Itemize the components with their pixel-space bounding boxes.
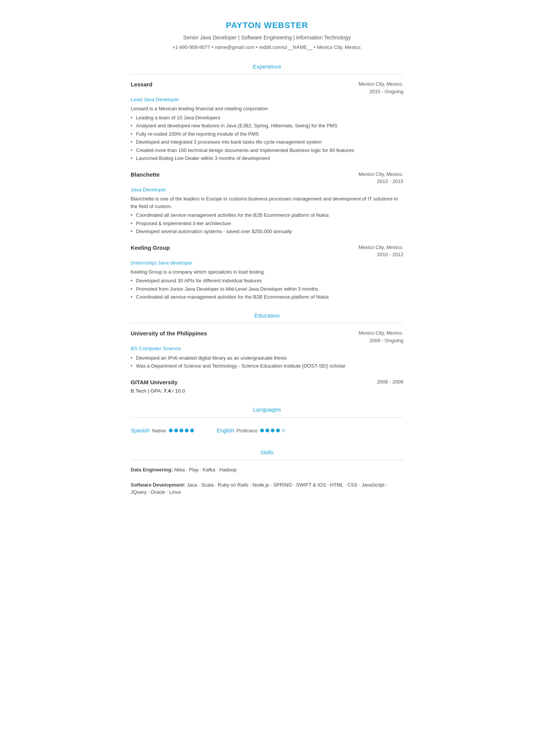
gpa-value: 7.4 [164, 388, 171, 394]
entry-degree: BS Computer Science [131, 345, 403, 352]
skills-title: Skills [260, 449, 273, 455]
entry-location-date: Mexico City, Mexico.2012 - 2015 [359, 171, 403, 185]
list-item: Promoted from Junior Java Developer to M… [131, 285, 403, 293]
dot-filled [185, 429, 189, 432]
language-name: English [217, 427, 234, 435]
entry-role: Java Developer [131, 186, 403, 194]
entry-company: Blanchette [131, 171, 160, 179]
language-level: Proficient [236, 427, 257, 435]
skills-section: Skills Data Engineering: Akka · Play · K… [131, 448, 403, 496]
education-section: Education University of the PhilippinesM… [131, 311, 403, 395]
entry-role: Lead Java Developer [131, 96, 403, 103]
list-item: Was a Department of Science and Technolo… [131, 362, 403, 370]
entry-bullets: Leading a team of 10 Java DevelopersAnal… [131, 114, 403, 162]
entry-description: Keeling Group is a company which special… [131, 268, 403, 276]
entry-header: GITAM University2006 - 2008 [131, 378, 403, 387]
education-entries: University of the PhilippinesMexico City… [131, 329, 403, 395]
skills-category-name: Data Engineering: [131, 467, 173, 473]
dot-filled [260, 429, 264, 432]
dot-filled [271, 429, 275, 432]
list-item: Coordinated all service management activ… [131, 211, 403, 219]
list-item: Developed several automation systems - s… [131, 228, 403, 235]
entry-location-date: Mexico City, Mexico.2015 - Ongoing [359, 80, 403, 95]
entry-description: Lessard is a Mexican leading financial a… [131, 105, 403, 113]
skills-section-header: Skills [131, 448, 403, 457]
entry-institution: GITAM University [131, 378, 178, 387]
experience-section-header: Experience [131, 63, 403, 71]
language-name: Spanish [131, 427, 150, 435]
education-title: Education [255, 312, 280, 319]
list-item: Created more than 100 technical design d… [131, 147, 403, 154]
dot-filled [276, 429, 280, 432]
list-item: Leading a team of 10 Java Developers [131, 114, 403, 122]
skills-entries: Data Engineering: Akka · Play · Kafka · … [131, 466, 403, 496]
dot-filled [174, 429, 178, 432]
dot-filled [180, 429, 183, 432]
entry-bullets: Developed around 30 APIs for different i… [131, 277, 403, 301]
skills-category-items: Akka · Play · Kafka · Hadoop [173, 467, 236, 473]
candidate-contact: +1-890-908-8077 • name@gmail.com • reddi… [131, 44, 403, 51]
experience-title: Experience [253, 63, 281, 70]
language-level: Native [152, 427, 166, 435]
languages-divider [131, 417, 403, 418]
language-item: SpanishNative [131, 427, 194, 435]
entry-header: LessardMexico City, Mexico.2015 - Ongoin… [131, 80, 403, 95]
list-item: Coordinated all service management activ… [131, 293, 403, 301]
entry-bullets: Coordinated all service management activ… [131, 211, 403, 235]
entry-role: (Internship) Java developer [131, 259, 403, 267]
experience-section: Experience LessardMexico City, Mexico.20… [131, 63, 403, 301]
education-divider [131, 323, 403, 323]
dot-filled [265, 429, 269, 432]
languages-row: SpanishNativeEnglishProficient [131, 424, 403, 438]
experience-entry: LessardMexico City, Mexico.2015 - Ongoin… [131, 80, 403, 162]
skills-divider [131, 460, 403, 460]
experience-divider [131, 74, 403, 74]
entry-company: Lessard [131, 80, 153, 89]
languages-section: Languages SpanishNativeEnglishProficient [131, 405, 403, 438]
languages-title: Languages [253, 406, 281, 413]
education-entry: GITAM University2006 - 2008B.Tech | GPA:… [131, 378, 403, 395]
languages-section-header: Languages [131, 405, 403, 414]
list-item: Launched Bodog Live Dealer within 3 mont… [131, 155, 403, 162]
candidate-title: Senior Java Developer | Software Enginee… [131, 34, 403, 42]
language-dots [260, 429, 285, 432]
list-item: Proposed & implemented 3-tier architectu… [131, 220, 403, 227]
entry-degree: B.Tech | GPA: 7.4 / 10.0 [131, 387, 403, 395]
education-entry: University of the PhilippinesMexico City… [131, 329, 403, 369]
entry-header: Keeling GroupMexico City, Mexico.2010 - … [131, 244, 403, 258]
entry-bullets: Developed an IPv6-enabled digital librar… [131, 354, 403, 370]
dot-filled [169, 429, 173, 432]
entry-institution: University of the Philippines [131, 329, 207, 338]
list-item: Analysed and developed new features in J… [131, 122, 403, 130]
experience-entry: Keeling GroupMexico City, Mexico.2010 - … [131, 244, 403, 301]
entry-location-date: Mexico City, Mexico.2008 - Ongoing [359, 329, 403, 344]
entry-company: Keeling Group [131, 244, 170, 252]
resume-header: PAYTON WEBSTER Senior Java Developer | S… [131, 19, 403, 51]
skills-category-name: Software Development: [131, 482, 185, 488]
list-item: Developed an IPv6-enabled digital librar… [131, 354, 403, 362]
language-item: EnglishProficient [217, 427, 285, 435]
candidate-name: PAYTON WEBSTER [131, 19, 403, 31]
dot-empty [281, 429, 285, 432]
experience-entry: BlanchetteMexico City, Mexico.2012 - 201… [131, 171, 403, 235]
entry-description: Blanchette is one of the leaders in Euro… [131, 195, 403, 210]
list-item: Fully re-coded 100% of the reporting mod… [131, 130, 403, 138]
skills-category: Data Engineering: Akka · Play · Kafka · … [131, 466, 403, 474]
entry-header: BlanchetteMexico City, Mexico.2012 - 201… [131, 171, 403, 185]
skills-category: Software Development: Java · Scala · Rub… [131, 481, 403, 496]
entry-header: University of the PhilippinesMexico City… [131, 329, 403, 344]
resume-container: PAYTON WEBSTER Senior Java Developer | S… [104, 0, 430, 526]
dot-filled [190, 429, 194, 432]
education-section-header: Education [131, 311, 403, 320]
experience-entries: LessardMexico City, Mexico.2015 - Ongoin… [131, 80, 403, 301]
list-item: Developed and integrated 3 processes int… [131, 138, 403, 146]
entry-location-date: Mexico City, Mexico.2010 - 2012 [359, 244, 403, 258]
language-dots [169, 429, 194, 432]
entry-location-date: 2006 - 2008 [377, 378, 403, 386]
list-item: Developed around 30 APIs for different i… [131, 277, 403, 285]
